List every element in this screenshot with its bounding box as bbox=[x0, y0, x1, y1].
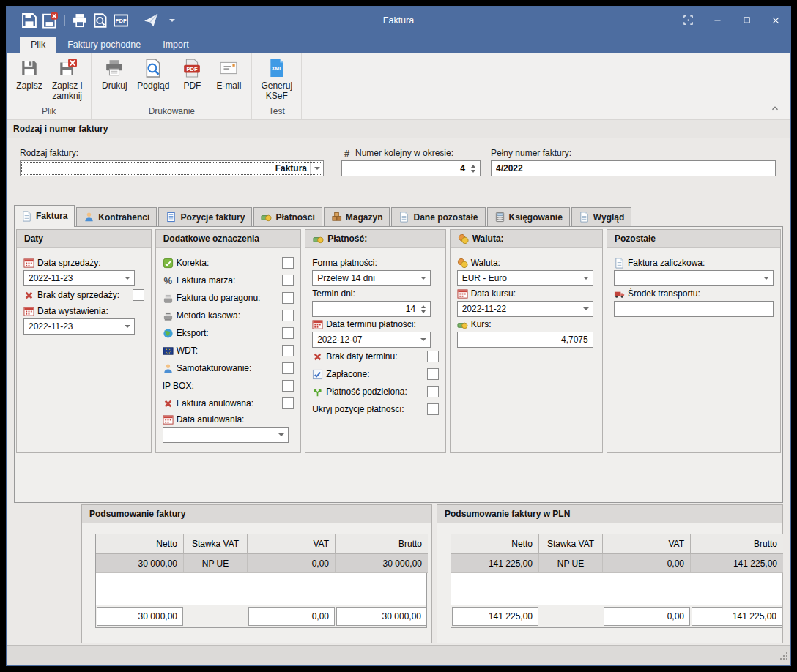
data-wystawienia-combo[interactable]: 2022-11-23 bbox=[23, 318, 135, 335]
tab-kontrahenci[interactable]: Kontrahenci bbox=[76, 207, 157, 226]
blue-check-icon bbox=[312, 369, 323, 380]
app-window: PDF Faktura Plik Faktury pochodne Import… bbox=[6, 6, 791, 666]
termin-dni-spinner[interactable]: 14 bbox=[312, 301, 431, 317]
send-icon[interactable] bbox=[143, 12, 159, 29]
platnosc-podzielona-checkbox[interactable] bbox=[427, 386, 439, 397]
wdt-checkbox[interactable] bbox=[282, 345, 294, 356]
drukuj-button[interactable]: Drukuj bbox=[96, 56, 133, 105]
metoda-kasowa-checkbox[interactable] bbox=[282, 310, 294, 321]
pdf-button[interactable]: PDF PDF bbox=[174, 56, 210, 105]
tab-magazyn[interactable]: Magazyn bbox=[324, 207, 390, 226]
tab-faktura[interactable]: Faktura bbox=[14, 205, 75, 227]
tab-ksiegowanie[interactable]: Księgowanie bbox=[487, 207, 570, 226]
save-icon[interactable] bbox=[21, 12, 37, 29]
ribbon-group-plik: Zapisz Zapisz i zamknij Plik bbox=[7, 53, 92, 119]
print-icon[interactable] bbox=[72, 12, 88, 29]
ip-box-checkbox[interactable] bbox=[282, 380, 294, 392]
data-kursu-label: Data kursu: bbox=[457, 286, 596, 301]
data-anulowania-combo[interactable] bbox=[163, 427, 289, 443]
maximize-icon[interactable] bbox=[732, 7, 761, 34]
podsumowanie-pln-title: Podsumowanie faktury w PLN bbox=[437, 505, 782, 523]
calendar-icon bbox=[163, 414, 174, 425]
waluta-panel-title: Waluta: bbox=[451, 230, 602, 248]
numer-kolejny-label: # Numer kolejny w okresie: bbox=[341, 146, 481, 160]
chevron-down-icon[interactable] bbox=[310, 161, 323, 176]
total-vat: 0,00 bbox=[248, 607, 335, 626]
total-netto: 30 000,00 bbox=[97, 607, 183, 626]
red-x-icon bbox=[163, 398, 174, 409]
ukryj-pozycje-checkbox[interactable] bbox=[427, 403, 439, 415]
save-icon bbox=[20, 57, 39, 79]
waluta-combo[interactable]: EUR - Euro bbox=[457, 270, 593, 286]
srodek-transportu-input[interactable] bbox=[614, 301, 774, 317]
ribbon-tab-faktury-pochodne[interactable]: Faktury pochodne bbox=[56, 37, 152, 53]
chevron-down-icon[interactable] bbox=[121, 271, 134, 285]
ribbon: Zapisz Zapisz i zamknij Plik Drukuj Podg… bbox=[7, 53, 790, 120]
chevron-down-icon[interactable] bbox=[417, 271, 430, 285]
data-kursu-combo[interactable]: 2022-11-22 bbox=[457, 301, 593, 317]
samofakturowanie-checkbox[interactable] bbox=[282, 362, 294, 374]
resize-grip[interactable] bbox=[780, 651, 789, 664]
close-icon[interactable] bbox=[761, 7, 790, 34]
col-header-netto: Netto bbox=[451, 534, 539, 554]
spin-up-icon[interactable] bbox=[471, 165, 475, 168]
boxes-icon bbox=[331, 212, 342, 223]
chevron-down-icon[interactable] bbox=[579, 271, 593, 285]
pdf-icon[interactable]: PDF bbox=[113, 12, 129, 29]
email-button[interactable]: E-mail bbox=[210, 56, 247, 105]
zapisz-button[interactable]: Zapisz bbox=[11, 56, 48, 105]
ribbon-tab-import[interactable]: Import bbox=[152, 37, 199, 53]
preview-icon[interactable] bbox=[92, 12, 108, 29]
faktura-marza-checkbox[interactable] bbox=[282, 275, 294, 286]
chevron-down-icon[interactable] bbox=[275, 428, 288, 442]
list-icon bbox=[166, 212, 177, 223]
tab-wyglad[interactable]: Wygląd bbox=[571, 207, 631, 226]
more-commands-caret[interactable] bbox=[169, 19, 175, 22]
rodzaj-faktury-combo[interactable]: Faktura bbox=[20, 160, 324, 176]
collapse-ribbon-icon[interactable] bbox=[770, 103, 780, 116]
brak-daty-terminu-checkbox[interactable] bbox=[427, 351, 439, 362]
pelny-numer-input[interactable] bbox=[491, 160, 776, 176]
pozostale-panel: Pozostałe Faktura zaliczkowa: Środek tra… bbox=[607, 229, 781, 453]
chevron-down-icon[interactable] bbox=[760, 271, 773, 285]
pozostale-panel-title: Pozostałe bbox=[607, 230, 780, 248]
waluta-label: Waluta: bbox=[457, 255, 596, 270]
toolbar-separator bbox=[136, 15, 136, 26]
spin-down-icon[interactable] bbox=[421, 310, 426, 313]
xml-file-icon: XML bbox=[267, 57, 286, 79]
kurs-input[interactable] bbox=[457, 332, 593, 348]
numer-kolejny-spinner[interactable]: 4 bbox=[341, 160, 481, 176]
calendar-icon bbox=[23, 306, 34, 317]
tab-dane-pozostale[interactable]: Dane pozostałe bbox=[391, 207, 485, 226]
table-row: 30 000,00 NP UE 0,00 30 000,00 bbox=[96, 554, 426, 573]
tab-pozycje-faktury[interactable]: Pozycje faktury bbox=[158, 207, 252, 226]
minimize-icon[interactable] bbox=[703, 7, 732, 34]
korekta-checkbox[interactable] bbox=[282, 257, 294, 269]
faktura-zaliczkowa-combo[interactable] bbox=[614, 270, 774, 286]
data-terminu-combo[interactable]: 2022-12-07 bbox=[312, 332, 431, 348]
save-close-icon[interactable] bbox=[42, 12, 58, 29]
zapisz-i-zamknij-button[interactable]: Zapisz i zamknij bbox=[48, 56, 86, 105]
chevron-down-icon[interactable] bbox=[579, 302, 593, 316]
brak-daty-sprzedazy-checkbox[interactable] bbox=[133, 289, 144, 301]
total-vat: 0,00 bbox=[604, 607, 690, 626]
podglad-button[interactable]: Podgląd bbox=[133, 56, 174, 105]
spin-up-icon[interactable] bbox=[421, 305, 426, 308]
tab-platnosci[interactable]: Płatności bbox=[253, 207, 322, 226]
ribbon-group-label: Drukowanie bbox=[92, 105, 251, 119]
ribbon-tab-plik[interactable]: Plik bbox=[20, 37, 56, 53]
forma-platnosci-combo[interactable]: Przelew 14 dni bbox=[312, 270, 431, 286]
eksport-checkbox[interactable] bbox=[282, 327, 294, 339]
faktura-do-paragonu-checkbox[interactable] bbox=[282, 292, 294, 304]
col-header-vat: VAT bbox=[248, 534, 336, 554]
kurs-label: Kurs: bbox=[457, 317, 596, 332]
faktura-anulowana-checkbox[interactable] bbox=[282, 397, 294, 409]
chevron-down-icon[interactable] bbox=[121, 319, 134, 334]
data-sprzedazy-combo[interactable]: 2022-11-23 bbox=[23, 270, 135, 286]
daty-panel: Daty Data sprzedaży: 2022-11-23 Brak dat… bbox=[16, 229, 152, 453]
chevron-down-icon[interactable] bbox=[417, 332, 430, 347]
generuj-ksef-button[interactable]: XML Generuj KSeF bbox=[256, 56, 297, 105]
spin-down-icon[interactable] bbox=[471, 170, 475, 173]
zaplacone-checkbox[interactable] bbox=[427, 368, 439, 380]
focus-mode-icon[interactable] bbox=[673, 7, 703, 34]
